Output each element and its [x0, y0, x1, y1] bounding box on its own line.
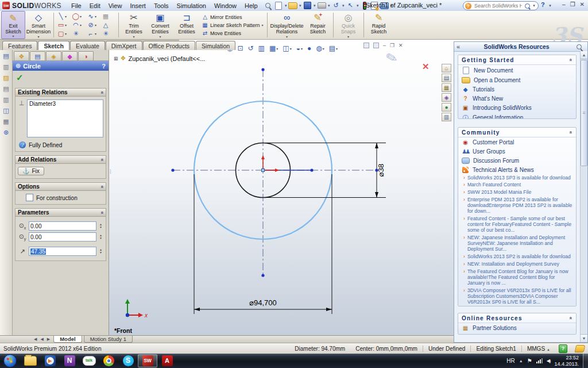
menu-view[interactable]: View — [105, 2, 126, 10]
community-header[interactable]: Community« — [458, 128, 576, 137]
spline-tool[interactable]: ∿▾ — [87, 13, 100, 20]
tag-icon[interactable] — [575, 345, 586, 352]
frame-icon[interactable]: ▦ — [1, 117, 11, 126]
tab-features[interactable]: Features — [2, 41, 37, 50]
tab-motion-study[interactable]: Motion Study 1 — [84, 336, 133, 343]
search-input[interactable] — [473, 2, 523, 9]
prev-tab-button[interactable]: ◀ — [38, 337, 45, 342]
tab-office-products[interactable]: Office Products — [143, 41, 196, 50]
news-item[interactable]: ›3DVIA Composer V6R2013x SP0 is LIVE for… — [458, 287, 576, 306]
undo-button[interactable]: ↺ — [331, 1, 341, 10]
link-partner-solutions[interactable]: ▦Partner Solutions — [458, 323, 576, 332]
tab-configuration-manager[interactable]: ◈ — [46, 51, 61, 60]
convert-caret-icon[interactable]: ▾ — [159, 35, 161, 39]
taskbar-solidworks[interactable]: SW — [138, 354, 157, 367]
relations-listbox[interactable]: Diameter3 — [27, 99, 103, 137]
balloon-icon[interactable]: ▥ — [1, 62, 11, 72]
taskbar-skype[interactable]: S — [118, 354, 138, 367]
line-tool[interactable]: ╲▾ — [57, 13, 71, 20]
label-icon[interactable]: ▥ — [1, 95, 11, 105]
link-general-info[interactable]: ⓘGeneral Information — [458, 112, 576, 119]
exit-sketch-caret-icon[interactable]: ▾ — [12, 34, 14, 39]
help-search-box[interactable]: ? ▾ — [463, 1, 539, 10]
sketch-point[interactable] — [375, 168, 378, 171]
units-selector[interactable]: MMGS▲ — [521, 346, 555, 352]
smart-dimension-caret-icon[interactable]: ▾ — [37, 35, 39, 39]
open-note-icon[interactable]: ▨ — [1, 73, 11, 83]
getting-started-header[interactable]: Getting Started« — [458, 55, 576, 65]
sketch-origin[interactable] — [261, 155, 279, 172]
close-button[interactable]: ✕ — [580, 1, 585, 7]
y-coordinate-input[interactable]: 0.00 — [29, 232, 96, 241]
news-item[interactable]: ›SolidWorks 2013 SP2 is available for do… — [458, 254, 576, 261]
tab-dimxpert-manager[interactable]: ◆ — [62, 51, 78, 60]
existing-relations-header[interactable]: Existing Relations« — [15, 88, 106, 97]
doc-close-button[interactable]: ✕ — [399, 43, 403, 48]
options-header[interactable]: Options« — [15, 182, 106, 191]
move-entities-button[interactable]: ⇄Move Entities — [202, 29, 264, 37]
pattern-ghost-tool[interactable]: ▦ — [102, 13, 115, 20]
help-menu-button[interactable]: ? — [541, 1, 545, 8]
start-button[interactable] — [3, 354, 17, 367]
quick-snaps-caret-icon[interactable]: ▾ — [347, 35, 349, 39]
radius-input[interactable]: 47.35 — [29, 247, 96, 256]
offset-entities-button[interactable]: ⊐ Offset Entities — [173, 11, 200, 39]
scrollbar-thumb[interactable] — [581, 60, 587, 166]
save-note-icon[interactable]: ◫ — [1, 106, 11, 116]
doc-tile-icon[interactable] — [363, 43, 369, 48]
relations-caret-icon[interactable]: ▾ — [286, 35, 288, 39]
show-desktop-button[interactable] — [583, 354, 588, 368]
linear-pattern-button[interactable]: ▦Linear Sketch Pattern▾ — [202, 21, 264, 29]
tab-simulation[interactable]: Simulation — [196, 41, 235, 50]
search-caret-icon[interactable]: ▾ — [532, 3, 536, 8]
tab-evaluate[interactable]: Evaluate — [70, 41, 105, 50]
centerline-tool[interactable]: ⌐▾ — [87, 30, 100, 37]
pin-menu-icon[interactable] — [265, 3, 270, 8]
link-discussion-forum[interactable]: Discussion Forum — [458, 156, 576, 165]
smart-dimension-button[interactable]: ◇ Smart Dimension ▾ — [25, 11, 52, 39]
doc-restore-button[interactable]: ❐ — [390, 43, 394, 48]
arc-tool[interactable]: ◠▾ — [72, 21, 86, 29]
ok-button[interactable]: ✓ — [13, 71, 29, 85]
for-construction-checkbox[interactable] — [26, 194, 33, 201]
menu-simulation[interactable]: Simulation — [173, 2, 210, 10]
hidden-icons-button[interactable]: ▲ — [519, 359, 523, 363]
radius-spinner[interactable]: ▲▼ — [98, 248, 103, 254]
news-item[interactable]: ›NEW: Installation and Deployment Survey — [458, 261, 576, 269]
online-resources-header[interactable]: Online Resources« — [458, 313, 576, 323]
x-coordinate-input[interactable]: 0.00 — [29, 221, 96, 231]
link-new-document[interactable]: New Document — [458, 65, 576, 75]
x-spinner[interactable]: ▲▼ — [98, 223, 103, 229]
link-whats-new[interactable]: ?What's New — [458, 94, 576, 103]
sketch-point[interactable] — [261, 68, 264, 71]
open-caret-icon[interactable]: ▾ — [298, 3, 303, 8]
fix-relation-button[interactable]: ⚓Fix — [18, 167, 44, 175]
news-item[interactable]: ›Enterprise PDM 2013 SP2 is available fo… — [458, 197, 576, 216]
pin-pane-icon[interactable] — [577, 44, 582, 49]
construction-tool[interactable]: ✳ — [102, 30, 115, 37]
news-item[interactable]: ›March Featured Content — [458, 182, 576, 189]
link-introducing[interactable]: ▣Introducing SolidWorks — [458, 103, 576, 112]
new-caret-icon[interactable]: ▾ — [284, 3, 288, 8]
taskbar-adobe-reader[interactable]: A — [157, 354, 177, 367]
quick-tips-button[interactable]: ? — [559, 344, 567, 353]
quick-snaps-button[interactable]: ◎ Quick Snaps ▾ — [335, 11, 362, 39]
save-caret-icon[interactable]: ▾ — [312, 3, 317, 8]
news-item[interactable]: ›SWW 2013 Model Mania File — [458, 189, 576, 197]
new-document-button[interactable] — [274, 1, 284, 10]
help-caret-icon[interactable]: ▾ — [548, 3, 552, 8]
print-button[interactable] — [317, 1, 327, 10]
tab-model[interactable]: Model — [53, 336, 82, 343]
doc-cascade-icon[interactable] — [373, 43, 379, 48]
save-button[interactable] — [303, 1, 312, 10]
exit-sketch-button[interactable]: ✎ Exit Sketch ▾ — [1, 11, 25, 39]
ellipse-tool[interactable]: ⊘▾ — [87, 21, 100, 29]
rectangle-tool[interactable]: ▭▾ — [57, 21, 71, 29]
compass-icon[interactable]: ⊛ — [1, 128, 11, 137]
menu-tools[interactable]: Tools — [150, 2, 173, 10]
menu-window[interactable]: Window — [210, 2, 241, 10]
tab-display-manager[interactable]: ◑ — [78, 51, 94, 60]
restore-button[interactable]: ❐ — [570, 1, 575, 7]
tab-sketch[interactable]: Sketch — [38, 41, 69, 50]
circle-tool[interactable]: ◯▾ — [72, 13, 86, 20]
